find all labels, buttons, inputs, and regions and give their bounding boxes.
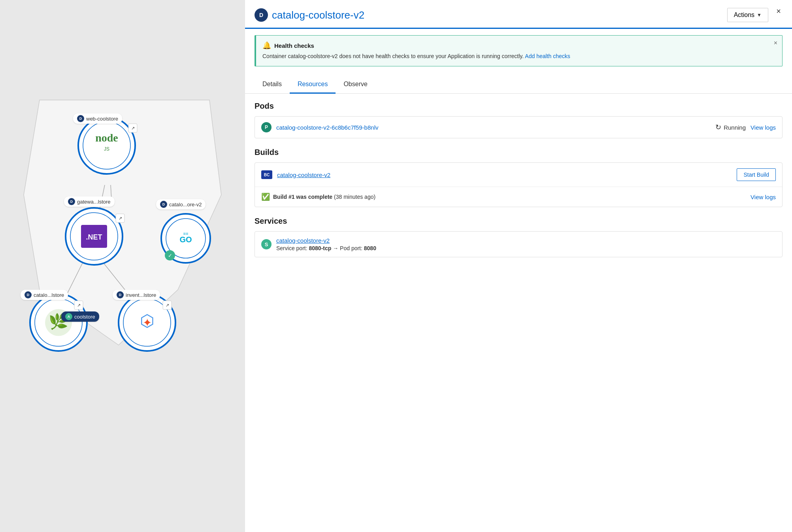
health-alert-close-button[interactable]: × [774,40,777,47]
pod-status: ↻ Running [715,123,746,132]
bell-icon: 🔔 [262,41,271,50]
service-port-info: Service port: 8080-tcp → Pod port: 8080 [276,245,376,251]
tabs: Details Resources Observe [245,76,792,94]
builds-section-title: Builds [255,148,783,157]
pod-port-label: Pod port: [340,245,362,251]
service-name-link[interactable]: catalog-coolstore-v2 [276,237,376,244]
build-complete-status: ✅ Build #1 was complete (38 minutes ago) [261,192,746,201]
pod-row: P catalog-coolstore-v2-6c8b6c7f59-b8nlv … [255,117,782,138]
svg-text:GO: GO [179,235,192,244]
health-alert: 🔔 Health checks × Container catalog-cool… [255,35,783,66]
svg-text:.NET: .NET [86,233,102,241]
topology-svg: node JS ↗ .NET ↗ ≡≡ GO ✓ 🌿 ↗ [0,0,245,532]
health-alert-body: Container catalog-coolstore-v2 does not … [262,52,776,60]
builds-card: BC catalog-coolstore-v2 Start Build ✅ Bu… [255,162,783,207]
svg-text:↗: ↗ [119,216,122,221]
svg-point-6 [83,122,130,169]
svg-text:✦: ✦ [143,317,152,329]
svg-text:↗: ↗ [77,303,81,308]
node-badge-coolstore: A [65,313,72,320]
add-health-checks-link[interactable]: Add health checks [525,53,570,59]
detail-content: Pods P catalog-coolstore-v2-6c8b6c7f59-b… [245,94,792,532]
service-row: S catalog-coolstore-v2 Service port: 808… [255,232,782,257]
page-title: catalog-coolstore-v2 [272,9,364,21]
node-label-invent-lstore[interactable]: D invent...lstore [113,290,160,300]
build-check-icon: ✅ [261,192,270,201]
pod-name-link[interactable]: catalog-coolstore-v2-6c8b6c7f59-b8nlv [276,124,711,131]
node-label-text-coolstore: coolstore [74,314,95,320]
service-port-label: Service port: [276,245,307,251]
node-label-coolstore[interactable]: A coolstore [61,311,99,322]
svg-text:↗: ↗ [166,303,169,308]
node-badge-web-coolstore: D [77,115,84,122]
pod-port-value: 8080 [364,245,376,251]
node-badge-catalog-ore-v2: D [160,201,167,208]
build-view-logs-link[interactable]: View logs [751,194,776,200]
node-label-catalog-lstore[interactable]: D catalo...lstore [21,290,68,300]
detail-header: D catalog-coolstore-v2 Actions ▼ [245,0,792,22]
topology-panel: node JS ↗ .NET ↗ ≡≡ GO ✓ 🌿 ↗ [0,0,245,532]
svg-text:node: node [95,132,118,144]
build-row: BC catalog-coolstore-v2 Start Build [255,163,782,187]
health-alert-text: Container catalog-coolstore-v2 does not … [262,53,524,59]
svg-text:✓: ✓ [168,253,172,258]
bc-badge: BC [261,170,272,179]
health-alert-header: 🔔 Health checks [262,41,776,50]
service-port-value: 8080-tcp [309,245,331,251]
node-label-text-gateway: gatewa...lstore [77,199,111,205]
build-status-row: ✅ Build #1 was complete (38 minutes ago)… [255,187,782,207]
service-info: catalog-coolstore-v2 Service port: 8080-… [276,237,376,251]
build-status-bold: Build #1 was complete [273,194,332,200]
build-status-text: Build #1 was complete (38 minutes ago) [273,194,375,200]
pods-section-title: Pods [255,102,783,111]
sync-icon: ↻ [715,123,721,132]
pods-card: P catalog-coolstore-v2-6c8b6c7f59-b8nlv … [255,116,783,138]
tab-observe[interactable]: Observe [336,76,375,94]
svg-text:↗: ↗ [131,126,135,130]
node-label-text-invent-lstore: invent...lstore [126,292,156,298]
build-config-link[interactable]: catalog-coolstore-v2 [277,172,732,178]
header-divider [245,28,792,29]
actions-button[interactable]: Actions ▼ [727,8,768,22]
deployment-badge: D [255,8,268,22]
actions-label: Actions [734,11,754,19]
node-badge-catalog-lstore: D [25,291,32,298]
node-badge-invent-lstore: D [117,291,124,298]
service-badge: S [261,239,272,249]
detail-panel: × D catalog-coolstore-v2 Actions ▼ 🔔 Hea… [245,0,792,532]
node-label-text-catalog-lstore: catalo...lstore [34,292,64,298]
tab-resources[interactable]: Resources [290,76,336,94]
svg-text:JS: JS [104,146,109,152]
tab-details[interactable]: Details [255,76,290,94]
close-button[interactable]: × [773,6,784,17]
node-label-text-catalog-ore-v2: catalo...ore-v2 [169,202,202,208]
node-label-gateway[interactable]: D gatewa...lstore [64,196,115,207]
start-build-button[interactable]: Start Build [737,168,776,181]
header-left: D catalog-coolstore-v2 [255,8,364,22]
node-label-web-coolstore[interactable]: D web-coolstore [73,113,122,124]
actions-chevron-icon: ▼ [757,12,762,18]
services-card: S catalog-coolstore-v2 Service port: 808… [255,231,783,257]
build-time: (38 minutes ago) [334,194,375,200]
pod-badge: P [261,122,272,132]
service-port-arrow: → [333,245,338,251]
services-section-title: Services [255,217,783,226]
health-alert-title: Health checks [274,42,314,49]
node-label-text-web-coolstore: web-coolstore [86,116,118,122]
node-label-catalog-ore-v2[interactable]: D catalo...ore-v2 [156,199,206,209]
pod-view-logs-link[interactable]: View logs [751,124,776,131]
node-badge-gateway: D [68,198,75,205]
pod-status-text: Running [724,124,746,131]
